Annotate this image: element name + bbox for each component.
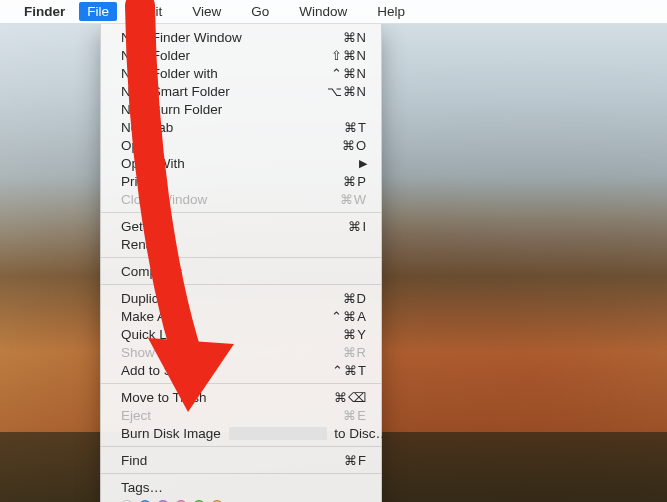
menu-item-label: New Folder with — [121, 66, 323, 81]
menu-item-label: Open — [121, 138, 334, 153]
menu-item-label: New Burn Folder — [121, 102, 367, 117]
menu-item-shortcut: ⌘F — [344, 453, 367, 468]
menubar-app-name[interactable]: Finder — [24, 4, 65, 19]
menu-separator — [101, 446, 381, 447]
menu-item-tags[interactable]: Tags… — [101, 478, 381, 496]
tags-colors-row — [101, 496, 381, 502]
menu-item-shortcut: ⌥⌘N — [327, 84, 367, 99]
menubar-item-file[interactable]: File — [79, 2, 117, 21]
menu-item-label: Find — [121, 453, 336, 468]
menu-item-duplicate[interactable]: Duplicate⌘D — [101, 289, 381, 307]
menu-item-label: Add to Sidebar — [121, 363, 324, 378]
menu-item-shortcut: ⌘P — [343, 174, 367, 189]
menu-item-label: New Finder Window — [121, 30, 335, 45]
menu-item-label: Move to Trash — [121, 390, 326, 405]
menu-separator — [101, 284, 381, 285]
menu-item-shortcut: ⌘⌫ — [334, 390, 367, 405]
menu-item-shortcut: ⌘Y — [343, 327, 367, 342]
menu-item-label: Duplicate — [121, 291, 335, 306]
menu-separator — [101, 473, 381, 474]
menu-item-print[interactable]: Print⌘P — [101, 172, 381, 190]
menu-separator — [101, 383, 381, 384]
menu-item-label: Quick Look — [121, 327, 335, 342]
menu-item-label: Get Info — [121, 219, 340, 234]
menu-item-new-folder-with[interactable]: New Folder with⌃⌘N — [101, 64, 381, 82]
menu-item-label: Rename — [121, 237, 367, 252]
menu-item-label: Burn Disk Image to Disc… — [121, 426, 389, 441]
menu-item-shortcut: ⌃⌘A — [331, 309, 367, 324]
menu-item-close-window: Close Window⌘W — [101, 190, 381, 208]
file-menu-dropdown: New Finder Window⌘NNew Folder⇧⌘NNew Fold… — [100, 24, 382, 502]
menu-item-get-info[interactable]: Get Info⌘I — [101, 217, 381, 235]
menu-item-burn-disk-image[interactable]: Burn Disk Image to Disc… — [101, 424, 381, 442]
menu-item-label: New Folder — [121, 48, 323, 63]
menu-item-make-alias[interactable]: Make Alias⌃⌘A — [101, 307, 381, 325]
menu-item-open-with[interactable]: Open With▶ — [101, 154, 381, 172]
menu-item-rename[interactable]: Rename — [101, 235, 381, 253]
menu-item-label: Make Alias — [121, 309, 323, 324]
menu-item-new-tab[interactable]: New Tab⌘T — [101, 118, 381, 136]
menu-item-shortcut: ⌘W — [340, 192, 367, 207]
menu-item-shortcut: ⇧⌘N — [331, 48, 367, 63]
menubar-item-window[interactable]: Window — [291, 2, 355, 21]
menu-item-label: Compress — [121, 264, 367, 279]
menubar-item-go[interactable]: Go — [243, 2, 277, 21]
menu-item-label: New Tab — [121, 120, 336, 135]
menu-item-shortcut: ⌘O — [342, 138, 367, 153]
menu-item-add-to-sidebar[interactable]: Add to Sidebar⌃⌘T — [101, 361, 381, 379]
menu-item-shortcut: ⌘N — [343, 30, 367, 45]
menu-separator — [101, 212, 381, 213]
menu-item-open[interactable]: Open⌘O — [101, 136, 381, 154]
submenu-arrow-icon: ▶ — [359, 157, 367, 170]
menu-item-new-finder-window[interactable]: New Finder Window⌘N — [101, 28, 381, 46]
menu-item-quick-look[interactable]: Quick Look⌘Y — [101, 325, 381, 343]
menu-item-new-burn-folder[interactable]: New Burn Folder — [101, 100, 381, 118]
menu-item-show-original: Show Original⌘R — [101, 343, 381, 361]
menu-item-shortcut: ⌃⌘N — [331, 66, 367, 81]
menubar-item-view[interactable]: View — [184, 2, 229, 21]
menu-item-label: Eject — [121, 408, 335, 423]
menu-item-shortcut: ⌘D — [343, 291, 367, 306]
menu-item-shortcut: ⌘E — [343, 408, 367, 423]
menu-item-label: Close Window — [121, 192, 332, 207]
menu-item-compress[interactable]: Compress — [101, 262, 381, 280]
menu-item-shortcut: ⌘T — [344, 120, 367, 135]
redacted-text — [229, 427, 327, 440]
menu-item-eject: Eject⌘E — [101, 406, 381, 424]
menubar-item-edit[interactable]: Edit — [131, 2, 170, 21]
menu-item-shortcut: ⌘I — [348, 219, 367, 234]
menu-item-shortcut: ⌃⌘T — [332, 363, 367, 378]
menu-item-label: Tags… — [121, 480, 367, 495]
menu-item-move-to-trash[interactable]: Move to Trash⌘⌫ — [101, 388, 381, 406]
menu-item-label: Print — [121, 174, 335, 189]
menu-item-label: Show Original — [121, 345, 335, 360]
menubar-item-help[interactable]: Help — [369, 2, 413, 21]
menubar: Finder FileEditViewGoWindowHelp — [0, 0, 667, 24]
menu-item-find[interactable]: Find⌘F — [101, 451, 381, 469]
menu-item-label: New Smart Folder — [121, 84, 319, 99]
menu-separator — [101, 257, 381, 258]
menu-item-new-smart-folder[interactable]: New Smart Folder⌥⌘N — [101, 82, 381, 100]
menu-item-new-folder[interactable]: New Folder⇧⌘N — [101, 46, 381, 64]
menu-item-label: Open With — [121, 156, 359, 171]
menu-item-shortcut: ⌘R — [343, 345, 367, 360]
